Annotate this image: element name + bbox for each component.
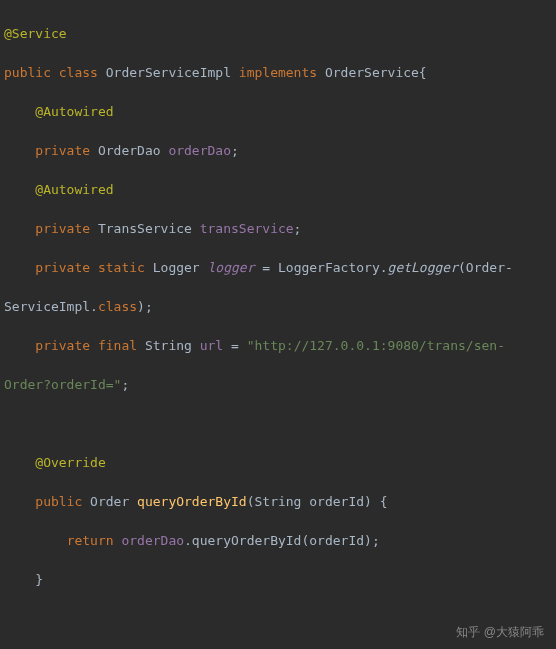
brace: }: [35, 572, 43, 587]
field: orderDao: [121, 533, 184, 548]
code-block: @Service public class OrderServiceImpl i…: [0, 4, 556, 649]
kw-static: static: [98, 260, 145, 275]
brace: {: [419, 65, 427, 80]
annotation-override: @Override: [35, 455, 105, 470]
method-name: queryOrderById: [137, 494, 247, 509]
param-name: orderId: [309, 494, 364, 509]
iface-name: OrderService: [325, 65, 419, 80]
arg: (Order-: [458, 260, 513, 275]
eq: =: [255, 260, 278, 275]
kw-public: public: [4, 65, 51, 80]
annotation-autowired: @Autowired: [35, 182, 113, 197]
param-type: String: [254, 494, 301, 509]
kw-private: private: [35, 221, 90, 236]
annotation-autowired: @Autowired: [35, 104, 113, 119]
semi: ;: [231, 143, 239, 158]
annotation-service: @Service: [4, 26, 67, 41]
string: "http://127.0.0.1:9080/trans/sen-: [247, 338, 505, 353]
field: logger: [208, 260, 255, 275]
semi: ;: [294, 221, 302, 236]
call: .queryOrderById(orderId);: [184, 533, 380, 548]
kw-final: final: [98, 338, 137, 353]
kw-return: return: [67, 533, 114, 548]
kw-class: class: [59, 65, 98, 80]
type: String: [145, 338, 192, 353]
arg: ServiceImpl.: [4, 299, 98, 314]
field: url: [200, 338, 223, 353]
paren: ) {: [364, 494, 387, 509]
ret-type: Order: [90, 494, 129, 509]
kw-private: private: [35, 143, 90, 158]
kw-private: private: [35, 260, 90, 275]
watermark: 知乎 @大猿阿乖: [456, 623, 544, 641]
kw-implements: implements: [239, 65, 317, 80]
field: transService: [200, 221, 294, 236]
kw-public: public: [35, 494, 82, 509]
method: getLogger: [388, 260, 458, 275]
string: Order?orderId=": [4, 377, 121, 392]
type: TransService: [98, 221, 192, 236]
semi: ;: [121, 377, 129, 392]
class-name: OrderServiceImpl: [106, 65, 231, 80]
kw-class: class: [98, 299, 137, 314]
type: Logger: [153, 260, 200, 275]
type: OrderDao: [98, 143, 161, 158]
factory: LoggerFactory.: [278, 260, 388, 275]
field: orderDao: [168, 143, 231, 158]
close: );: [137, 299, 153, 314]
kw-private: private: [35, 338, 90, 353]
eq: =: [223, 338, 246, 353]
